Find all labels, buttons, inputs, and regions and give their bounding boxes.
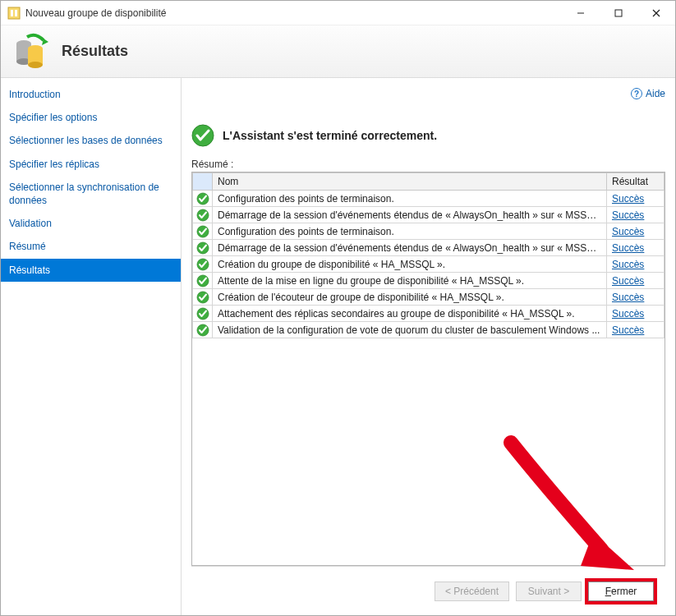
- window-title: Nouveau groupe de disponibilité: [25, 7, 562, 19]
- status-line: L'Assistant s'est terminé correctement.: [191, 124, 665, 147]
- sidebar-step-replicas[interactable]: Spécifier les réplicas: [1, 153, 181, 176]
- row-name: Configuration des points de terminaison.: [213, 223, 607, 240]
- minimize-button[interactable]: [562, 1, 600, 25]
- result-link[interactable]: Succès: [612, 242, 644, 254]
- row-name: Création de l'écouteur de groupe de disp…: [213, 289, 607, 306]
- table-row[interactable]: Création du groupe de disponibilité « HA…: [193, 256, 665, 273]
- sidebar-step-label: Spécifier les options: [9, 112, 97, 123]
- results-grid: Nom Résultat Configuration des points de…: [191, 172, 665, 566]
- table-row[interactable]: Attente de la mise en ligne du groupe de…: [193, 273, 665, 289]
- check-icon: [196, 324, 209, 337]
- result-link[interactable]: Succès: [612, 308, 644, 319]
- sidebar-step-label: Sélectionner les bases de données: [9, 135, 163, 146]
- svg-rect-1: [11, 10, 13, 16]
- close-rest: ermer: [611, 586, 637, 597]
- help-row: ? Aide: [191, 85, 665, 103]
- help-link[interactable]: ? Aide: [631, 88, 665, 99]
- sidebar-step-label: Résultats: [9, 264, 50, 276]
- check-icon: [196, 241, 209, 255]
- result-link[interactable]: Succès: [612, 193, 644, 205]
- row-result-cell: Succès: [607, 289, 665, 306]
- table-row[interactable]: Démarrage de la session d'événements éte…: [193, 207, 665, 223]
- result-link[interactable]: Succès: [612, 209, 644, 221]
- help-icon: ?: [631, 88, 642, 99]
- svg-rect-4: [615, 10, 622, 16]
- table-row[interactable]: Configuration des points de terminaison.…: [193, 223, 665, 240]
- svg-rect-0: [8, 7, 20, 19]
- row-name: Attente de la mise en ligne du groupe de…: [213, 273, 607, 289]
- sidebar-step-introduction[interactable]: Introduction: [1, 83, 181, 106]
- close-button[interactable]: [637, 1, 675, 25]
- help-label: Aide: [646, 88, 665, 99]
- app-icon: [7, 7, 21, 20]
- row-status-icon-cell: [193, 256, 213, 273]
- result-link[interactable]: Succès: [612, 259, 644, 270]
- window-controls: [562, 1, 675, 25]
- banner-db-icon: [11, 32, 50, 71]
- table-row[interactable]: Configuration des points de terminaison.…: [193, 191, 665, 207]
- sidebar-step-sync[interactable]: Sélectionner la synchronisation de donné…: [1, 176, 181, 212]
- wizard-window: Nouveau groupe de disponibilité: [0, 0, 676, 616]
- row-result-cell: Succès: [607, 256, 665, 273]
- row-name: Attachement des réplicas secondaires au …: [213, 306, 607, 322]
- titlebar: Nouveau groupe de disponibilité: [1, 1, 675, 25]
- row-status-icon-cell: [193, 273, 213, 289]
- row-name: Configuration des points de terminaison.: [213, 191, 607, 207]
- row-name: Validation de la configuration de vote d…: [213, 322, 607, 338]
- maximize-button[interactable]: [600, 1, 637, 25]
- table-row[interactable]: Création de l'écouteur de groupe de disp…: [193, 289, 665, 306]
- results-table: Nom Résultat Configuration des points de…: [192, 172, 665, 338]
- result-link[interactable]: Succès: [612, 292, 644, 303]
- check-icon: [196, 209, 209, 222]
- status-text: L'Assistant s'est terminé correctement.: [223, 129, 437, 142]
- sidebar-step-label: Sélectionner la synchronisation de donné…: [9, 182, 159, 206]
- sidebar-step-databases[interactable]: Sélectionner les bases de données: [1, 129, 181, 152]
- row-result-cell: Succès: [607, 322, 665, 338]
- table-row[interactable]: Attachement des réplicas secondaires au …: [193, 306, 665, 322]
- close-mnemonic: F: [605, 586, 611, 597]
- col-header-icon[interactable]: [193, 173, 213, 191]
- row-status-icon-cell: [193, 207, 213, 223]
- row-name: Démarrage de la session d'événements éte…: [213, 240, 607, 256]
- check-icon: [196, 274, 209, 287]
- row-result-cell: Succès: [607, 240, 665, 256]
- check-icon: [196, 258, 209, 271]
- table-row[interactable]: Démarrage de la session d'événements éte…: [193, 240, 665, 256]
- result-link[interactable]: Succès: [612, 324, 644, 336]
- row-status-icon-cell: [193, 223, 213, 240]
- row-result-cell: Succès: [607, 191, 665, 207]
- check-icon: [196, 307, 209, 320]
- svg-point-12: [28, 62, 43, 68]
- sidebar-step-label: Validation: [9, 218, 52, 229]
- row-status-icon-cell: [193, 306, 213, 322]
- row-result-cell: Succès: [607, 223, 665, 240]
- sidebar-step-results[interactable]: Résultats: [1, 259, 181, 282]
- row-status-icon-cell: [193, 240, 213, 256]
- row-status-icon-cell: [193, 289, 213, 306]
- check-icon: [196, 192, 209, 205]
- row-name: Démarrage de la session d'événements éte…: [213, 207, 607, 223]
- table-row[interactable]: Validation de la configuration de vote d…: [193, 322, 665, 338]
- sidebar-step-label: Introduction: [9, 89, 61, 100]
- banner: Résultats: [1, 25, 675, 78]
- footer: < Précédent Suivant > Fermer: [191, 566, 665, 615]
- result-link[interactable]: Succès: [612, 275, 644, 287]
- row-status-icon-cell: [193, 191, 213, 207]
- close-wizard-button[interactable]: Fermer: [588, 582, 654, 601]
- col-header-name[interactable]: Nom: [213, 173, 607, 191]
- svg-rect-2: [15, 10, 17, 16]
- result-link[interactable]: Succès: [612, 226, 644, 237]
- sidebar-step-validation[interactable]: Validation: [1, 212, 181, 235]
- sidebar-step-label: Résumé: [9, 241, 46, 252]
- col-header-result[interactable]: Résultat: [607, 173, 665, 191]
- sidebar-step-summary[interactable]: Résumé: [1, 235, 181, 258]
- sidebar-step-options[interactable]: Spécifier les options: [1, 106, 181, 129]
- sidebar-step-label: Spécifier les réplicas: [9, 159, 99, 170]
- content-pane: ? Aide L'Assistant s'est terminé correct…: [182, 78, 675, 615]
- sidebar: Introduction Spécifier les options Sélec…: [1, 78, 182, 615]
- previous-button: < Précédent: [435, 582, 509, 601]
- success-icon: [191, 124, 214, 147]
- check-icon: [196, 225, 209, 238]
- page-title: Résultats: [62, 43, 128, 60]
- row-result-cell: Succès: [607, 207, 665, 223]
